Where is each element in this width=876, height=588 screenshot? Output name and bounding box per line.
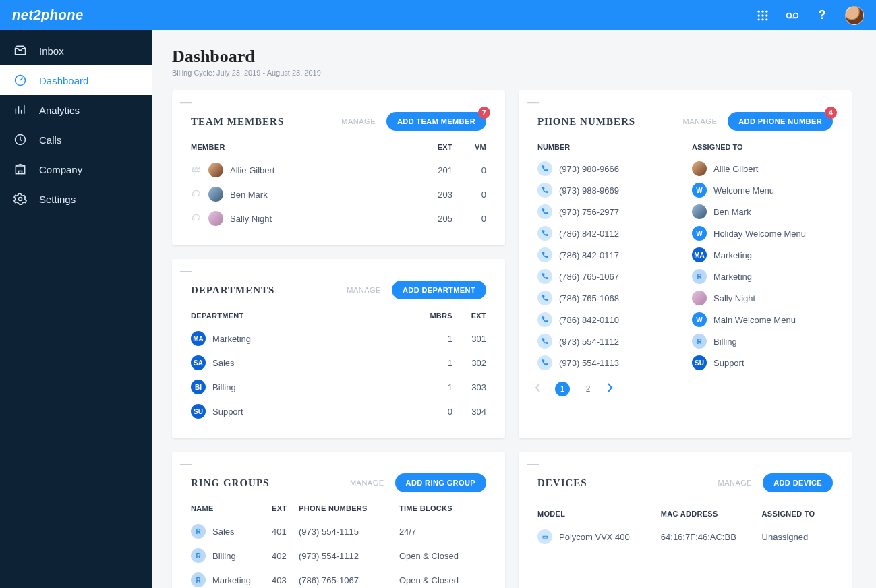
phone-number-row[interactable]: (973) 988-9669	[537, 179, 678, 201]
phone-number: (973) 756-2977	[559, 207, 619, 217]
member-name: Sally Night	[230, 214, 272, 224]
svg-point-0	[758, 10, 760, 12]
avatar	[692, 161, 707, 176]
add-ring-group-button[interactable]: ADD RING GROUP	[395, 473, 486, 492]
inbox-icon	[13, 44, 27, 57]
dialpad-icon[interactable]	[756, 9, 769, 22]
sidebar-item-calls[interactable]: Calls	[0, 125, 152, 154]
sidebar-item-label: Calls	[39, 134, 61, 146]
sidebar-item-inbox[interactable]: Inbox	[0, 36, 152, 65]
sidebar-item-dashboard[interactable]: Dashboard	[0, 65, 152, 95]
col-phones: PHONE NUMBERS	[299, 504, 399, 519]
assigned-row[interactable]: WWelcome Menu	[692, 179, 833, 201]
phone-number-row[interactable]: (786) 842-0117	[537, 244, 678, 266]
ring-table: NAME EXT PHONE NUMBERS TIME BLOCKS R Sal…	[191, 504, 486, 588]
add-team-member-button[interactable]: ADD TEAM MEMBER 7	[386, 112, 486, 131]
clock-phone-icon	[13, 133, 27, 146]
add-phone-number-button[interactable]: ADD PHONE NUMBER 4	[728, 112, 833, 131]
phone-number: (786) 842-0112	[559, 229, 619, 239]
collapse-icon[interactable]: —	[527, 98, 822, 105]
manage-link[interactable]: MANAGE	[683, 117, 718, 125]
add-device-button[interactable]: ADD DEVICE	[763, 473, 833, 492]
assigned-chip: R	[692, 269, 707, 284]
col-vm: VM	[452, 143, 486, 158]
pager-page-2[interactable]: 2	[581, 382, 595, 396]
col-ext: EXT	[272, 504, 299, 519]
table-row[interactable]: Ben Mark 203 0	[191, 182, 486, 206]
table-row[interactable]: SA Sales 1 302	[191, 351, 486, 375]
collapse-icon[interactable]: —	[180, 460, 475, 467]
pager-page-1[interactable]: 1	[555, 382, 570, 396]
assigned-chip: W	[692, 312, 707, 327]
pager-next[interactable]	[606, 382, 616, 396]
sidebar-item-settings[interactable]: Settings	[0, 184, 152, 214]
phone-icon	[537, 226, 552, 241]
device-mac: 64:16:7F:46:AC:BB	[661, 525, 762, 549]
phone-number-row[interactable]: (973) 988-9666	[537, 158, 678, 179]
help-icon[interactable]: ?	[815, 9, 829, 22]
collapse-icon[interactable]: —	[180, 267, 475, 274]
add-department-button[interactable]: ADD DEPARTMENT	[392, 281, 486, 299]
avatar	[692, 291, 707, 305]
sidebar-item-analytics[interactable]: Analytics	[0, 95, 152, 125]
assigned-row[interactable]: RBilling	[692, 330, 833, 352]
manage-link[interactable]: MANAGE	[341, 117, 376, 125]
collapse-icon[interactable]: —	[180, 98, 475, 105]
button-label: ADD PHONE NUMBER	[738, 117, 822, 125]
voicemail-icon[interactable]	[786, 9, 799, 22]
billing-prefix: Billing Cycle:	[172, 69, 216, 77]
assigned-row[interactable]: SUSupport	[692, 352, 833, 374]
dept-name: Support	[212, 407, 243, 417]
manage-link[interactable]: MANAGE	[347, 286, 381, 294]
table-row[interactable]: Sally Night 205 0	[191, 206, 486, 231]
assigned-row[interactable]: WHoliday Welcome Menu	[692, 223, 833, 244]
table-row[interactable]: BI Billing 1 303	[191, 375, 486, 399]
assigned-row[interactable]: Ben Mark	[692, 201, 833, 223]
phone-number-row[interactable]: (786) 765-1068	[537, 287, 678, 309]
card-title: PHONE NUMBERS	[537, 116, 635, 127]
assigned-row[interactable]: WMain Welcome Menu	[692, 309, 833, 330]
phone-number-row[interactable]: (786) 842-0110	[537, 309, 678, 330]
svg-point-6	[758, 18, 760, 20]
col-dept: DEPARTMENT	[191, 312, 381, 326]
phone-number-row[interactable]: (973) 756-2977	[537, 201, 678, 223]
phone-number-row[interactable]: (786) 765-1067	[537, 266, 678, 287]
crown-icon	[191, 164, 202, 177]
assigned-row[interactable]: MAMarketing	[692, 244, 833, 266]
assigned-row[interactable]: RMarketing	[692, 266, 833, 287]
avatar	[208, 187, 223, 202]
ring-time[interactable]: Open & Closed	[399, 543, 486, 568]
phone-number: (786) 842-0117	[559, 250, 619, 260]
manage-link[interactable]: MANAGE	[718, 479, 752, 487]
device-icon: ▭	[537, 529, 552, 544]
table-row[interactable]: SU Support 0 304	[191, 399, 486, 423]
pagination: 1 2	[535, 382, 833, 396]
phone-icon	[537, 269, 552, 284]
dept-chip: SA	[191, 355, 206, 370]
ring-chip: R	[191, 572, 206, 587]
pager-prev[interactable]	[535, 382, 544, 396]
ring-time[interactable]: Open & Closed	[399, 568, 486, 588]
table-row[interactable]: R Marketing 403 (786) 765-1067 Open & Cl…	[191, 568, 486, 588]
table-row[interactable]: R Billing 402 (973) 554-1112 Open & Clos…	[191, 543, 486, 568]
table-row[interactable]: ▭ Polycom VVX 400 64:16:7F:46:AC:BB Unas…	[537, 525, 833, 549]
table-row[interactable]: MA Marketing 1 301	[191, 326, 486, 351]
member-vm: 0	[452, 158, 486, 182]
assigned-row[interactable]: Sally Night	[692, 287, 833, 309]
sidebar-item-company[interactable]: Company	[0, 154, 152, 184]
phone-number-row[interactable]: (786) 842-0112	[537, 223, 678, 244]
manage-link[interactable]: MANAGE	[350, 479, 384, 487]
current-user-avatar[interactable]	[845, 6, 864, 25]
table-row[interactable]: Allie Gilbert 201 0	[191, 158, 486, 182]
dept-chip: SU	[191, 404, 206, 419]
sidebar-item-label: Analytics	[39, 105, 80, 116]
phone-number: (973) 988-9666	[559, 164, 619, 174]
assigned-row[interactable]: Allie Gilbert	[692, 158, 833, 179]
phone-number-row[interactable]: (973) 554-1112	[537, 330, 678, 352]
ring-time[interactable]: 24/7	[399, 519, 486, 543]
table-row[interactable]: R Sales 401 (973) 554-1115 24/7	[191, 519, 486, 543]
phone-number-row[interactable]: (973) 554-1113	[537, 352, 678, 374]
phone-number: (786) 765-1068	[559, 293, 619, 303]
ring-name: Sales	[212, 527, 235, 537]
collapse-icon[interactable]: —	[527, 460, 822, 467]
